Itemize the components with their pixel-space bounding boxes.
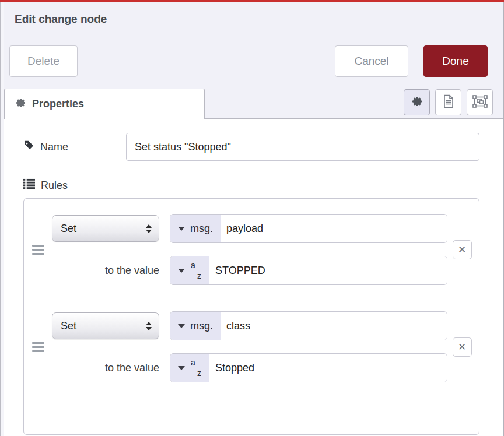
caret-down-icon	[178, 366, 185, 370]
dialog-toolbar: Delete Cancel Done	[4, 36, 503, 86]
rule-row: Set msg.	[24, 296, 479, 393]
rule-row: Set msg.	[24, 199, 479, 296]
property-type-label: msg.	[190, 223, 213, 235]
rules-label-text: Rules	[41, 180, 68, 192]
properties-form: Name Rules	[4, 119, 503, 436]
rule-action-value: Set	[61, 320, 76, 332]
select-stepper-icon	[146, 322, 152, 330]
object-group-icon-button[interactable]	[467, 89, 493, 115]
rules-list: Set msg.	[23, 198, 480, 435]
tab-properties-label: Properties	[32, 98, 84, 110]
to-the-value-label: to the value	[52, 265, 159, 277]
grip-lines-icon	[31, 342, 44, 352]
property-type-dropdown[interactable]: msg.	[170, 215, 220, 242]
select-stepper-icon	[146, 224, 152, 233]
rule-action-select[interactable]: Set	[52, 215, 159, 242]
name-row: Name	[23, 133, 480, 161]
properties-icon-button[interactable]	[404, 89, 430, 115]
value-type-dropdown[interactable]: az	[170, 256, 209, 284]
rule-action-value: Set	[61, 223, 76, 235]
value-type-dropdown[interactable]: az	[170, 354, 209, 382]
cancel-button[interactable]: Cancel	[335, 45, 408, 77]
tab-properties[interactable]: Properties	[4, 89, 205, 119]
done-button[interactable]: Done	[424, 45, 488, 77]
string-type-icon: az	[190, 262, 202, 279]
name-label-text: Name	[40, 141, 68, 153]
editor-tab-bar: Properties	[4, 86, 503, 119]
rule-action-select[interactable]: Set	[52, 312, 159, 339]
delete-button[interactable]: Delete	[9, 45, 78, 77]
grip-lines-icon	[31, 245, 44, 255]
dialog-header: Edit change node	[4, 2, 503, 36]
rule-drag-handle[interactable]	[31, 214, 52, 285]
property-type-label: msg.	[190, 320, 213, 332]
to-the-value-label: to the value	[52, 362, 159, 374]
description-icon-button[interactable]	[435, 89, 461, 115]
close-icon: ✕	[458, 342, 466, 352]
remove-rule-button[interactable]: ✕	[453, 337, 472, 357]
rule-divider	[29, 393, 474, 393]
caret-down-icon	[178, 227, 185, 231]
caret-down-icon	[178, 269, 185, 273]
gear-icon	[15, 97, 26, 111]
rule-value-typed-input: az	[170, 353, 447, 382]
string-type-icon: az	[190, 359, 202, 377]
rules-section-label: Rules	[23, 178, 480, 192]
rule-value-typed-input: az	[170, 256, 447, 285]
rule-property-input[interactable]	[220, 312, 447, 340]
close-icon: ✕	[458, 245, 466, 255]
property-type-dropdown[interactable]: msg.	[170, 312, 220, 340]
rule-property-typed-input: msg.	[170, 214, 447, 243]
remove-rule-button[interactable]: ✕	[453, 240, 472, 259]
name-input[interactable]	[126, 133, 480, 161]
rule-value-input[interactable]	[209, 256, 447, 284]
list-icon	[23, 178, 35, 192]
rule-property-typed-input: msg.	[170, 311, 447, 340]
tag-icon	[23, 140, 34, 154]
caret-down-icon	[178, 324, 185, 328]
object-group-icon	[473, 94, 488, 111]
rule-value-input[interactable]	[209, 354, 447, 382]
file-icon	[442, 94, 455, 111]
name-field-label: Name	[23, 140, 126, 154]
dialog-title: Edit change node	[15, 13, 107, 26]
rule-drag-handle[interactable]	[31, 311, 52, 382]
rule-property-input[interactable]	[220, 215, 447, 242]
gear-icon	[411, 96, 423, 110]
edit-dialog: Edit change node Delete Cancel Done	[0, 2, 504, 436]
